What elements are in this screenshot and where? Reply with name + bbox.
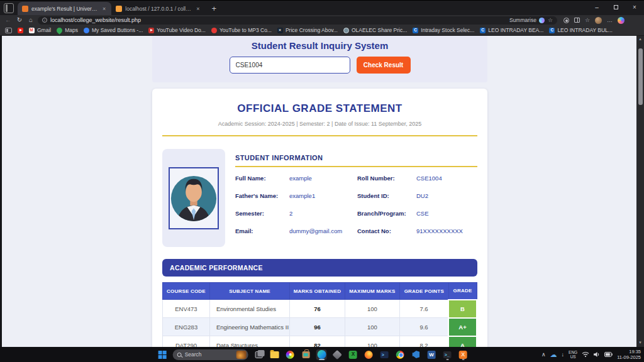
tab-result-page[interactable]: example's Result | University Res... × [18, 2, 111, 15]
photos-button[interactable] [285, 349, 296, 360]
copilot-icon[interactable] [618, 17, 625, 24]
student-info-heading: STUDENT INFORMATION [235, 154, 477, 162]
inquiry-panel: Student Result Inquiry System Check Resu… [152, 36, 487, 82]
edge-button[interactable] [316, 349, 327, 360]
arrow-down-icon[interactable]: ↓ [562, 351, 565, 358]
home-icon[interactable]: ⌂ [26, 16, 35, 25]
xbox-button[interactable] [348, 349, 358, 360]
address-bar[interactable]: i localhost/college_website/result.php S… [38, 16, 557, 25]
vscode-icon [412, 351, 419, 358]
statement-title: OFFICIAL GRADE STATEMENT [162, 89, 477, 115]
security-app-button[interactable] [332, 349, 343, 360]
bookmark-gmail[interactable]: Gmail [29, 27, 51, 33]
word-icon: W [428, 351, 436, 359]
terminal-button[interactable]: >_ [442, 349, 453, 360]
chartink-favicon [549, 28, 555, 33]
search-icon [177, 353, 182, 357]
tab-search-icon[interactable] [4, 3, 14, 13]
store-bag-icon [302, 351, 309, 358]
marks-obtained: 76 [290, 300, 345, 318]
powershell-icon: > [380, 351, 389, 358]
scrollbar-thumb[interactable] [638, 48, 643, 105]
split-screen-icon[interactable] [574, 18, 580, 23]
mp3-favicon [211, 28, 217, 33]
tab-title: localhost / 127.0.0.1 / college_db... [125, 6, 192, 12]
col-grade-points: GRADE POINTS [400, 283, 448, 300]
bookmark-intraday-stock[interactable]: Intraday Stock Selec... [413, 27, 474, 33]
browser-essentials-icon[interactable] [564, 18, 569, 23]
bookmark-olaelec[interactable]: OLAELEC Share Pric... [343, 27, 407, 33]
youtube-video-favicon [148, 28, 154, 33]
subject-name: Environmental Studies [209, 300, 289, 318]
chrome-icon [396, 351, 404, 359]
bookmark-youtube-video[interactable]: YouTube Video Do... [148, 27, 206, 33]
col-marks-obtained: MARKS OBTAINED [290, 283, 345, 300]
start-button[interactable] [157, 349, 168, 360]
xampp-button[interactable]: X [458, 349, 469, 360]
subject-name: Engineering Mathematics II [209, 318, 289, 336]
powershell-button[interactable]: > [379, 349, 390, 360]
side-panel-icon[interactable] [5, 28, 12, 33]
grade-badge: A [448, 336, 477, 348]
maximize-button[interactable] [606, 1, 625, 13]
firefox-button[interactable] [364, 349, 374, 360]
tray-time: 19:35 [629, 349, 641, 354]
grade-points: 8.2 [400, 336, 448, 348]
vscode-button[interactable] [411, 349, 421, 360]
field-label: Branch/Program: [357, 210, 416, 217]
scroll-down-icon[interactable]: ▼ [638, 339, 642, 347]
col-maximum-marks: MAXIMUM MARKS [345, 283, 399, 300]
refresh-icon[interactable]: ↻ [15, 16, 24, 25]
bookmark-leo-bear[interactable]: LEO INTRADAY BEA... [480, 27, 543, 33]
battery-icon[interactable] [604, 352, 613, 357]
bookmark-saved-buttons[interactable]: My Saved Buttons -... [84, 27, 143, 33]
file-explorer-button[interactable] [269, 349, 280, 360]
field-value: dummy@gmail.com [289, 228, 357, 234]
clock[interactable]: 19:35 11-09-2025 [617, 349, 641, 360]
language-indicator[interactable]: ENG US [569, 350, 577, 359]
system-tray: ∧ ☁ ↓ ENG US 19:35 11-09-2025 [541, 347, 641, 362]
minimize-button[interactable]: – [587, 1, 606, 13]
bookmark-youtube-mp3[interactable]: YouTube to MP3 Co... [211, 27, 272, 33]
bookmark-star-icon[interactable]: ☆ [548, 17, 553, 23]
profile-avatar[interactable] [595, 17, 602, 24]
window-controls: – × [587, 1, 644, 13]
table-row: ENV473 Environmental Studies 76 100 7.6 … [163, 300, 477, 318]
page-scrollbar[interactable]: ▲ ▼ [636, 36, 644, 347]
course-code: ENV473 [163, 300, 210, 318]
bookmark-leo-bull[interactable]: LEO INTRADAY BUL... [549, 27, 613, 33]
url-text[interactable]: localhost/college_website/result.php [50, 17, 506, 23]
roll-number-input[interactable] [230, 57, 350, 74]
bookmark-maps[interactable]: Maps [57, 27, 78, 33]
new-tab-button[interactable]: + [212, 5, 217, 13]
wifi-icon[interactable] [582, 351, 589, 358]
chrome-button[interactable] [395, 349, 406, 360]
onedrive-cloud-icon[interactable]: ☁ [550, 351, 557, 359]
tab-close-icon[interactable]: × [195, 6, 201, 12]
tray-chevron-icon[interactable]: ∧ [541, 351, 546, 358]
field-value: example [289, 175, 357, 182]
tab-close-icon[interactable]: × [101, 6, 107, 12]
bookmark-price-crossing[interactable]: Price Crossing Abov... [277, 27, 338, 33]
task-view-button[interactable] [253, 349, 264, 360]
student-info-grid: Full Name: example Roll Number: CSE1004 … [235, 175, 477, 234]
subject-name: Data Structures [209, 336, 289, 348]
scroll-up-icon[interactable]: ▲ [638, 36, 642, 43]
favorites-icon[interactable]: ☆ [585, 17, 590, 23]
site-info-icon[interactable]: i [42, 18, 47, 23]
word-button[interactable]: W [426, 349, 437, 360]
check-result-button[interactable]: Check Result [357, 57, 411, 74]
store-button[interactable] [301, 349, 311, 360]
speaker-icon[interactable] [594, 351, 600, 358]
col-subject-name: SUBJECT NAME [209, 283, 289, 300]
tab-phpmyadmin[interactable]: localhost / 127.0.0.1 / college_db... × [111, 2, 205, 15]
youtube-favicon[interactable] [18, 28, 23, 33]
gray-shield-icon [332, 349, 342, 359]
gold-divider [162, 135, 477, 136]
marks-obtained: 96 [290, 318, 345, 336]
taskbar-search[interactable]: Search [173, 349, 248, 360]
settings-menu-icon[interactable]: … [607, 17, 613, 23]
close-button[interactable]: × [625, 1, 644, 13]
back-icon[interactable]: ← [4, 16, 13, 25]
summarise-button[interactable]: Summarise [509, 17, 545, 23]
